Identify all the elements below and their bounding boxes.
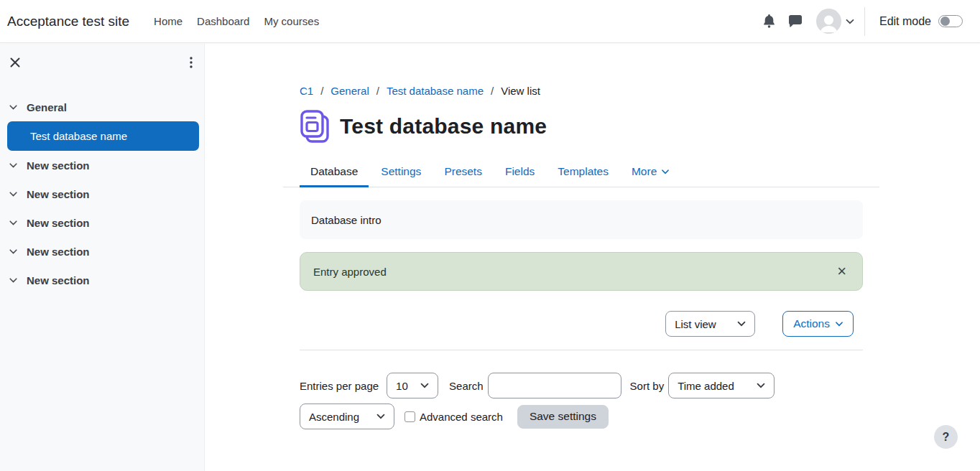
section-label: New section: [27, 274, 90, 286]
chevron-down-icon: [376, 414, 385, 419]
chevron-down-icon: [662, 169, 669, 174]
breadcrumb-link-general[interactable]: General: [330, 85, 369, 97]
section-new-4[interactable]: New section: [0, 237, 204, 266]
section-new-1[interactable]: New section: [0, 151, 204, 179]
section-label: New section: [27, 188, 90, 200]
section-divider: [300, 350, 863, 350]
sort-by-select[interactable]: Time added: [668, 373, 775, 398]
course-index-item-test-database[interactable]: Test database name: [7, 121, 199, 151]
notifications-bell-icon[interactable]: [763, 14, 775, 28]
nav-link-home[interactable]: Home: [154, 15, 182, 27]
tab-database[interactable]: Database: [300, 160, 369, 187]
chevron-down-icon: [9, 163, 17, 168]
breadcrumb-separator: /: [491, 85, 494, 97]
sort-order-value: Ascending: [309, 411, 359, 423]
view-mode-value: List view: [675, 318, 716, 330]
toggle-knob: [940, 17, 950, 26]
chevron-down-icon: [737, 321, 746, 327]
course-item-label: Test database name: [30, 130, 127, 142]
navbar-right: Edit mode: [763, 7, 963, 36]
alert-close-icon[interactable]: ×: [834, 264, 849, 279]
section-label: New section: [27, 159, 90, 172]
breadcrumb: C1 / General / Test database name / View…: [300, 85, 863, 97]
tab-settings[interactable]: Settings: [370, 160, 432, 187]
navbar-divider: [864, 7, 865, 36]
intro-text: Database intro: [311, 214, 382, 226]
entries-per-page-label: Entries per page: [300, 380, 379, 392]
view-controls: List view Actions: [300, 311, 863, 337]
advanced-search-label: Advanced search: [420, 411, 503, 423]
actions-button[interactable]: Actions: [782, 311, 854, 337]
user-menu-chevron-icon[interactable]: [846, 19, 854, 24]
breadcrumb-link-test-database[interactable]: Test database name: [387, 85, 484, 97]
activity-intro: Database intro: [300, 200, 863, 239]
section-label: New section: [27, 246, 90, 258]
advanced-search-checkbox[interactable]: [405, 411, 415, 422]
section-new-2[interactable]: New section: [0, 179, 204, 208]
chevron-down-icon: [9, 192, 17, 197]
chevron-down-icon: [757, 383, 765, 388]
edit-mode-toggle[interactable]: [938, 15, 963, 27]
tab-more-label: More: [632, 165, 657, 178]
database-activity-icon: [300, 110, 330, 143]
tab-fields[interactable]: Fields: [494, 160, 545, 187]
search-input[interactable]: [488, 373, 621, 398]
top-navbar: Acceptance test site Home Dashboard My c…: [0, 0, 980, 43]
messages-chat-icon[interactable]: [789, 15, 802, 27]
user-avatar[interactable]: [816, 9, 841, 34]
page-title: Test database name: [340, 114, 547, 139]
tab-templates[interactable]: Templates: [547, 160, 619, 187]
sort-order-select[interactable]: Ascending: [300, 404, 394, 429]
app-root: Acceptance test site Home Dashboard My c…: [0, 0, 980, 471]
main-content: C1 / General / Test database name / View…: [205, 44, 980, 471]
chevron-down-icon: [836, 322, 843, 327]
entries-controls-row: Entries per page 10 Search Sort by Time …: [300, 373, 863, 398]
breadcrumb-separator: /: [376, 85, 379, 97]
nav-link-my-courses[interactable]: My courses: [264, 15, 319, 27]
sort-by-value: Time added: [678, 380, 734, 392]
page-header: Test database name: [300, 110, 863, 143]
drawer-header: [0, 44, 204, 70]
chevron-down-icon: [9, 105, 17, 110]
chevron-down-icon: [9, 220, 17, 225]
sort-by-label: Sort by: [630, 380, 665, 392]
edit-mode-label: Edit mode: [879, 15, 931, 28]
close-drawer-icon[interactable]: [10, 57, 20, 67]
chevron-down-icon: [9, 249, 17, 254]
tabs-bar: Database Settings Presets Fields Templat…: [283, 160, 879, 187]
section-label: General: [27, 101, 67, 113]
course-index-drawer: General Test database name New section N…: [0, 44, 205, 471]
nav-link-dashboard[interactable]: Dashboard: [197, 15, 249, 27]
order-controls-row: Ascending Advanced search Save settings: [300, 404, 863, 429]
breadcrumb-link-c1[interactable]: C1: [300, 85, 313, 97]
breadcrumb-separator: /: [320, 85, 323, 97]
tab-more[interactable]: More: [621, 160, 680, 187]
entries-per-page-select[interactable]: 10: [387, 373, 438, 398]
site-brand[interactable]: Acceptance test site: [7, 14, 129, 29]
alert-success: Entry approved ×: [300, 252, 863, 291]
chevron-down-icon: [9, 278, 17, 283]
view-mode-select[interactable]: List view: [665, 311, 755, 337]
section-label: New section: [27, 217, 90, 229]
section-new-5[interactable]: New section: [0, 266, 204, 294]
drawer-kebab-menu-icon[interactable]: [190, 57, 193, 68]
actions-button-label: Actions: [793, 317, 830, 330]
save-settings-button[interactable]: Save settings: [517, 405, 609, 429]
section-new-3[interactable]: New section: [0, 208, 204, 237]
primary-nav: Home Dashboard My courses: [154, 15, 319, 27]
help-button[interactable]: ?: [934, 425, 958, 449]
breadcrumb-current: View list: [501, 85, 540, 97]
alert-text: Entry approved: [313, 266, 387, 278]
course-index: General Test database name New section N…: [0, 93, 204, 294]
section-general[interactable]: General: [0, 93, 204, 121]
chevron-down-icon: [420, 383, 429, 388]
tab-presets[interactable]: Presets: [433, 160, 493, 187]
search-label: Search: [449, 380, 484, 392]
entries-per-page-value: 10: [396, 380, 408, 392]
